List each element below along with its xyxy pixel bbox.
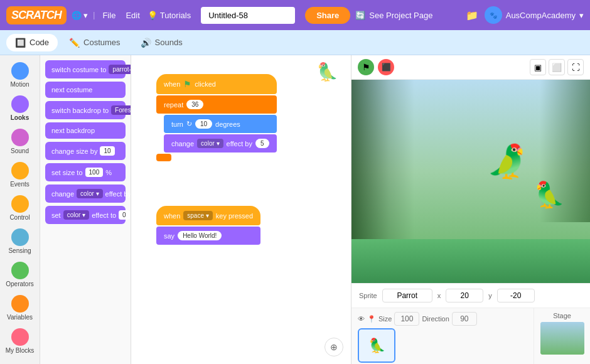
direction-value[interactable]: 90: [452, 312, 477, 326]
see-project-link[interactable]: 🔄 See Project Page: [355, 11, 432, 20]
block-set-size[interactable]: set size to 100 %: [45, 163, 126, 181]
sprite-x-value[interactable]: 20: [446, 289, 483, 302]
tutorials-link[interactable]: 💡 Tutorials: [148, 11, 191, 20]
sound-dot: [11, 129, 29, 146]
sidebar-item-events[interactable]: Events: [0, 159, 40, 191]
block-change-color[interactable]: change color ▾ effect by 25: [45, 185, 126, 203]
repeat-end-bracket: [156, 154, 171, 161]
sidebar-item-control[interactable]: Control: [0, 192, 40, 224]
looks-dot: [11, 95, 29, 113]
large-stage-button[interactable]: ⬜: [549, 59, 565, 75]
share-button[interactable]: Share: [305, 7, 350, 24]
size-value[interactable]: 100: [394, 312, 419, 326]
sidebar-item-operators[interactable]: Operators: [0, 259, 40, 291]
stage-canvas: 🦜 🦜: [351, 80, 590, 283]
scripts-sprite-preview: 🦜: [316, 62, 338, 82]
stage-area: ⚑ ⬛ ▣ ⬜ ⛶ 🦜 🦜 Sprite Parrot x: [351, 55, 590, 364]
control-dot: [11, 195, 29, 213]
operators-dot: [11, 262, 29, 279]
user-menu[interactable]: 🐾 AusCompAcademy ▾: [485, 6, 584, 24]
small-stage-button[interactable]: ▣: [530, 59, 546, 75]
sprite-name-value[interactable]: Parrot: [382, 289, 432, 302]
sidebar-item-myblocks[interactable]: My Blocks: [0, 325, 40, 357]
sensing-dot: [11, 228, 29, 246]
code-icon: 🔲: [15, 38, 26, 48]
sidebar-item-sound[interactable]: Sound: [0, 126, 40, 158]
change-color-block[interactable]: change color ▾ effect by 5: [164, 134, 277, 153]
when-key-block[interactable]: when space ▾ key pressed: [156, 206, 260, 225]
when-flag-block[interactable]: when ⚑ clicked: [156, 74, 277, 94]
sprite-y-value[interactable]: -20: [497, 289, 535, 302]
sprite-thumbnail[interactable]: 🦜: [358, 328, 395, 363]
sidebar-item-variables[interactable]: Variables: [0, 292, 40, 324]
scratch-logo[interactable]: SCRATCH: [6, 6, 67, 24]
green-flag-button[interactable]: ⚑: [358, 59, 374, 75]
tab-code[interactable]: 🔲 Code: [6, 34, 58, 51]
avatar: 🐾: [485, 6, 502, 24]
file-menu[interactable]: File: [100, 11, 118, 20]
turn-block[interactable]: turn ↻ 10 degrees: [164, 115, 277, 133]
sprite-parrot-pink: 🦜: [534, 180, 565, 210]
repeat-block[interactable]: repeat 36: [156, 95, 277, 114]
scripts-area[interactable]: 🦜 when ⚑ clicked repeat 36 turn ↻ 10 deg…: [131, 55, 351, 364]
tab-costumes[interactable]: ✏️ Costumes: [60, 34, 129, 51]
flag-icon: ⚑: [183, 79, 191, 89]
edit-menu[interactable]: Edit: [123, 11, 142, 20]
folder-icon[interactable]: 📁: [466, 9, 478, 21]
blocks-sidebar: Motion Looks Sound Events Control Sensin…: [0, 55, 40, 364]
stop-button[interactable]: ⬛: [378, 59, 394, 75]
costumes-icon: ✏️: [69, 38, 80, 48]
block-next-backdrop[interactable]: next backdrop: [45, 122, 126, 139]
events-dot: [11, 162, 29, 179]
sprite-list: 👁 📍 Size 100 Direction 90 🦜: [351, 308, 534, 364]
stage-controls: ⚑ ⬛ ▣ ⬜ ⛶: [351, 55, 590, 80]
block-next-costume[interactable]: next costume: [45, 82, 126, 98]
main-area: Motion Looks Sound Events Control Sensin…: [0, 55, 590, 364]
block-change-size[interactable]: change size by 10: [45, 142, 126, 160]
language-selector[interactable]: 🌐 ▾: [72, 11, 88, 20]
block-switch-backdrop[interactable]: switch backdrop to Forest ▾: [45, 101, 126, 119]
top-nav: SCRATCH 🌐 ▾ | File Edit 💡 Tutorials Shar…: [0, 0, 590, 30]
nav-right: 📁 🐾 AusCompAcademy ▾: [466, 6, 584, 24]
sidebar-item-sensing[interactable]: Sensing: [0, 225, 40, 257]
sidebar-item-looks[interactable]: Looks: [0, 92, 40, 124]
say-block[interactable]: say Hello World!: [156, 227, 260, 245]
myblocks-dot: [11, 328, 29, 346]
block-set-color[interactable]: set color ▾ effect to 0: [45, 206, 126, 224]
zoom-button[interactable]: ⊕: [324, 338, 343, 356]
sprite-parrot-teal: 🦜: [486, 142, 527, 181]
sprite-info-panel: Sprite Parrot x 20 y -20: [351, 283, 590, 308]
script-group-2: when space ▾ key pressed say Hello World…: [156, 206, 260, 246]
script-group-1: when ⚑ clicked repeat 36 turn ↻ 10 degre…: [156, 74, 277, 163]
variables-dot: [11, 295, 29, 313]
tab-sounds[interactable]: 🔊 Sounds: [132, 34, 191, 51]
stage-view-buttons: ▣ ⬜ ⛶: [530, 59, 584, 75]
block-switch-costume[interactable]: switch costume to parrot-b ▾: [45, 60, 126, 78]
sprite-section: 👁 📍 Size 100 Direction 90 🦜 Stage: [351, 308, 590, 364]
stage-thumbnail-section: Stage: [534, 308, 590, 364]
fullscreen-button[interactable]: ⛶: [567, 59, 584, 75]
project-title-input[interactable]: [201, 7, 295, 24]
motion-dot: [11, 62, 29, 80]
grass: [351, 239, 590, 283]
sounds-icon: 🔊: [141, 38, 151, 48]
tabs-bar: 🔲 Code ✏️ Costumes 🔊 Sounds: [0, 30, 590, 55]
blocks-panel: switch costume to parrot-b ▾ next costum…: [40, 55, 131, 364]
sidebar-item-motion[interactable]: Motion: [0, 59, 40, 91]
stage-thumbnail[interactable]: [540, 322, 584, 355]
